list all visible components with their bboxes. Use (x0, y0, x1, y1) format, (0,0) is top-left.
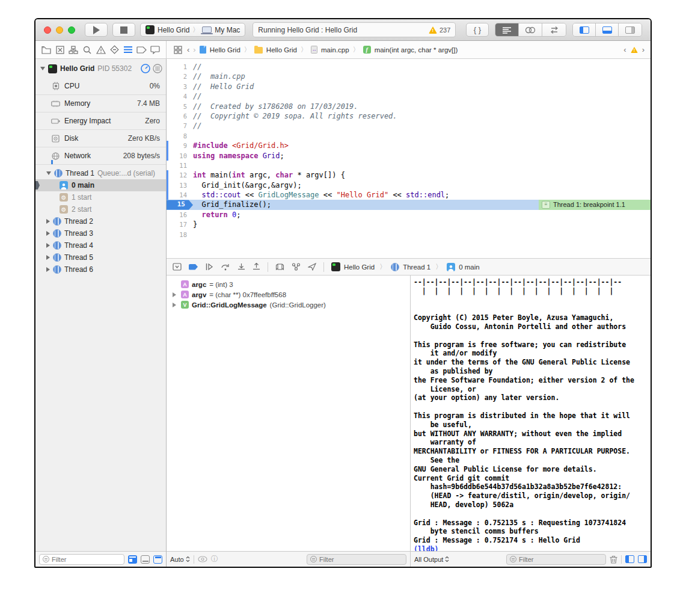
code-line-18[interactable]: 18 (167, 230, 651, 239)
test-navigator-tab[interactable] (109, 45, 120, 55)
library-button[interactable]: { } (466, 23, 489, 37)
quicklook-eye-icon[interactable] (198, 556, 207, 562)
jump-crumb-symbol[interactable]: main(int argc, char * argv[]) (375, 46, 458, 54)
minimize-button[interactable] (56, 26, 63, 34)
code-line-6[interactable]: 6// Copyright © 2019 sopa. All rights re… (167, 111, 651, 121)
step-over-button[interactable] (221, 263, 230, 271)
line-number[interactable]: 11 (167, 161, 193, 170)
console-filter-field[interactable] (506, 554, 606, 565)
trash-icon[interactable] (610, 555, 617, 564)
gauge-row-memory[interactable]: Memory7.4 MB (35, 94, 166, 112)
line-number[interactable]: 17 (167, 220, 193, 229)
code-line-1[interactable]: 1// (167, 62, 651, 72)
stop-button[interactable] (112, 23, 135, 37)
code-line-17[interactable]: 17} (167, 220, 651, 229)
variable-row-grid-gridlogmessage[interactable]: VGrid::GridLogMessage(Grid::GridLogger) (167, 300, 410, 310)
code-line-4[interactable]: 4// (167, 91, 651, 101)
project-navigator-tab[interactable] (41, 45, 52, 55)
line-number[interactable]: 3 (167, 82, 193, 91)
line-number[interactable]: 2 (167, 72, 193, 81)
line-number[interactable]: 6 (167, 111, 193, 121)
disclosure-closed-icon[interactable] (46, 267, 50, 272)
jump-crumb-file[interactable]: main.cpp (321, 46, 349, 54)
navigator-filter-input[interactable] (52, 556, 121, 563)
thread-row-thread-4[interactable]: Thread 4 (35, 239, 166, 251)
console-output[interactable]: --|--|--|--|--|--|--|--|--|--|--|--|--|-… (411, 276, 651, 551)
gauge-row-energy-impact[interactable]: Energy ImpactZero (35, 112, 166, 129)
code-line-5[interactable]: 5// Created by s1786208 on 17/03/2019. (167, 102, 651, 111)
line-number[interactable]: 10 (167, 151, 193, 161)
disclosure-closed-icon[interactable] (173, 292, 178, 297)
code-line-10[interactable]: 10using namespace Grid; (167, 151, 651, 161)
code-line-14[interactable]: 14 std::cout << GridLogMessage << "Hello… (167, 190, 651, 200)
debug-navigator-tab[interactable] (123, 45, 133, 55)
find-navigator-tab[interactable] (82, 45, 93, 55)
thread-row-thread-5[interactable]: Thread 5 (35, 251, 166, 263)
source-editor[interactable]: 1//2// main.cpp3// Hello Grid4//5// Crea… (167, 59, 651, 258)
report-navigator-tab[interactable] (150, 45, 161, 55)
back-button[interactable]: ‹ (187, 45, 189, 54)
disclosure-open-icon[interactable] (46, 171, 51, 175)
code-line-11[interactable]: 11 (167, 161, 651, 170)
warning-count[interactable]: 237 (439, 26, 450, 34)
line-number[interactable]: 1 (167, 62, 193, 72)
assistant-editor-button[interactable] (519, 23, 542, 36)
line-number[interactable]: 12 (167, 170, 193, 180)
forward-button[interactable]: › (193, 45, 195, 54)
code-line-15[interactable]: 15 Grid_finalize();≡Thread 1: breakpoint… (167, 200, 651, 209)
navigator-filter-field[interactable] (39, 554, 124, 565)
code-line-16[interactable]: 16 return 0; (167, 210, 651, 220)
hide-debug-area-button[interactable] (173, 263, 182, 271)
line-number[interactable]: 16 (167, 210, 193, 220)
code-line-2[interactable]: 2// main.cpp (167, 72, 651, 81)
disclosure-closed-icon[interactable] (173, 303, 178, 307)
issue-navigator-tab[interactable] (96, 45, 106, 55)
stack-frame-0-main[interactable]: 0 main (35, 179, 166, 191)
breakpoints-toggle-button[interactable] (189, 264, 198, 270)
jump-crumb-project[interactable]: Hello Grid (210, 46, 240, 54)
variables-filter-input[interactable] (319, 556, 403, 563)
view-mode-button[interactable] (153, 64, 162, 73)
run-button[interactable] (85, 23, 108, 37)
console-scope-dropdown[interactable]: All Output (414, 556, 449, 563)
activity-viewer[interactable]: Running Hello Grid : Hello Grid 237 (253, 22, 456, 37)
stack-frame-2-start[interactable]: ⚙2 start (35, 203, 166, 215)
code-line-12[interactable]: 12int main(int argc, char * argv[]) { (167, 170, 651, 180)
scheme-selector[interactable]: Hello Grid 〉 My Mac (140, 23, 245, 37)
standard-editor-button[interactable] (495, 23, 519, 36)
line-number[interactable]: 5 (167, 102, 193, 111)
thread-row-1[interactable]: Thread 1 Queue:...d (serial) (35, 167, 166, 179)
disclosure-open-icon[interactable] (40, 67, 45, 70)
code-line-8[interactable]: 8 (167, 131, 651, 141)
gauge-view-button[interactable] (141, 64, 150, 73)
console-pane-toggle[interactable] (638, 555, 647, 563)
crashed-threads-toggle[interactable] (153, 555, 162, 564)
simulate-location-button[interactable] (308, 263, 316, 271)
zoom-button[interactable] (68, 26, 75, 34)
disclosure-closed-icon[interactable] (46, 255, 50, 260)
stack-frame-1-start[interactable]: ⚙1 start (35, 191, 166, 203)
lldb-prompt[interactable]: (lldb) (414, 545, 443, 551)
breakpoint-navigator-tab[interactable] (136, 45, 147, 55)
console-filter-input[interactable] (519, 556, 602, 563)
gauge-row-disk[interactable]: DiskZero KB/s (35, 129, 166, 147)
disclosure-closed-icon[interactable] (46, 243, 50, 248)
variables-scope-dropdown[interactable]: Auto (170, 556, 190, 563)
step-into-button[interactable] (237, 263, 245, 271)
line-number[interactable]: 18 (167, 230, 193, 239)
variables-pane-toggle[interactable] (625, 555, 634, 563)
line-number[interactable]: 13 (167, 180, 193, 190)
jump-crumb-folder[interactable]: Hello Grid (266, 46, 297, 54)
gauge-row-cpu[interactable]: CPU0% (35, 77, 166, 94)
code-line-9[interactable]: 9#include <Grid/Grid.h> (167, 141, 651, 150)
symbol-navigator-tab[interactable] (68, 45, 79, 55)
info-icon[interactable]: ⓘ (211, 554, 218, 564)
line-number[interactable]: 4 (167, 91, 193, 101)
version-editor-button[interactable] (542, 23, 566, 36)
line-number[interactable]: 14 (167, 190, 193, 200)
debug-crumb-thread[interactable]: Thread 1 (403, 263, 430, 271)
view-hierarchy-button[interactable] (275, 263, 284, 271)
inspector-panel-toggle[interactable] (619, 23, 642, 36)
disclosure-closed-icon[interactable] (46, 231, 50, 236)
line-number[interactable]: 8 (167, 131, 193, 141)
